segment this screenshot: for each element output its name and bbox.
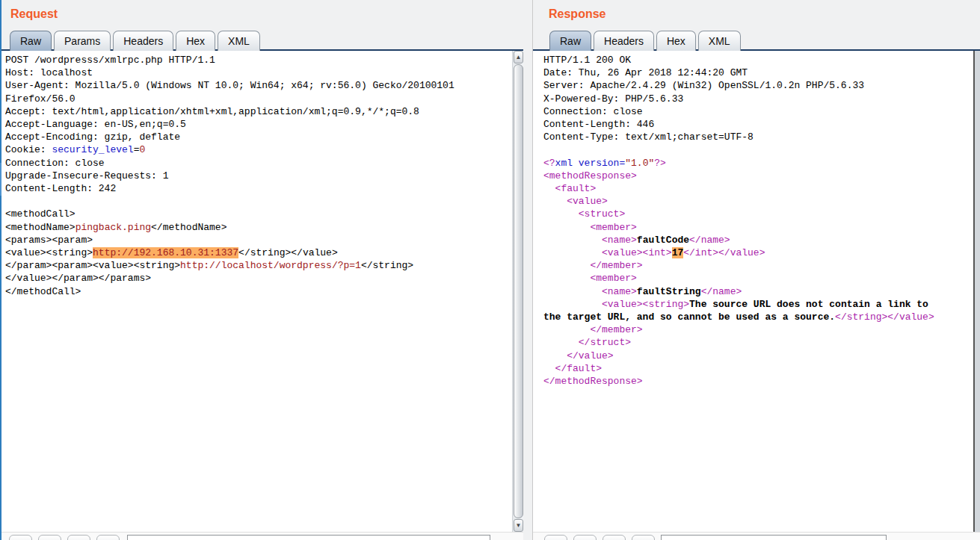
request-search-input[interactable] bbox=[127, 535, 490, 540]
code-line: HTTP/1.1 200 OK bbox=[543, 54, 971, 66]
tab-raw[interactable]: Raw bbox=[10, 31, 52, 51]
code-line: <methodCall> bbox=[5, 208, 508, 220]
code-line: <params><param> bbox=[5, 234, 508, 246]
response-raw-text: HTTP/1.1 200 OKDate: Thu, 26 Apr 2018 12… bbox=[533, 51, 980, 391]
response-tabs: RawHeadersHexXML bbox=[549, 30, 741, 51]
tab-headers[interactable]: Headers bbox=[594, 31, 654, 51]
search-button-3[interactable] bbox=[67, 535, 90, 540]
request-scrollbar[interactable]: ▲ ▼ bbox=[512, 51, 523, 532]
search-button-2[interactable] bbox=[573, 535, 597, 540]
code-line: Server: Apache/2.4.29 (Win32) OpenSSL/1.… bbox=[543, 79, 971, 92]
code-line: <member> bbox=[543, 272, 971, 285]
tab-hex[interactable]: Hex bbox=[656, 31, 696, 51]
code-line: <value> bbox=[543, 195, 971, 208]
code-line: <fault> bbox=[543, 182, 971, 195]
request-tabs: RawParamsHeadersHexXML bbox=[10, 30, 260, 51]
tab-headers[interactable]: Headers bbox=[113, 31, 173, 51]
code-line bbox=[543, 143, 971, 156]
request-editor[interactable]: POST /wordpresss/xmlrpc.php HTTP/1.1Host… bbox=[1, 51, 523, 532]
search-button-3[interactable] bbox=[603, 535, 626, 540]
tab-xml[interactable]: XML bbox=[218, 31, 260, 51]
scrollbar-thumb[interactable] bbox=[514, 64, 523, 518]
tab-params[interactable]: Params bbox=[54, 31, 111, 51]
tab-xml[interactable]: XML bbox=[698, 31, 741, 51]
code-line: the target URL, and so cannot be used as… bbox=[543, 311, 971, 323]
code-line: </param><param><value><string>http://loc… bbox=[5, 259, 508, 272]
code-line: <struct> bbox=[543, 208, 971, 220]
search-button-4[interactable] bbox=[96, 535, 120, 540]
code-line: Connection: close bbox=[5, 157, 508, 170]
code-line: Date: Thu, 26 Apr 2018 12:44:20 GMT bbox=[543, 66, 971, 79]
code-line: Host: localhost bbox=[5, 66, 508, 79]
code-line: </methodResponse> bbox=[543, 375, 971, 388]
code-line: <methodResponse> bbox=[543, 170, 971, 182]
code-line: Accept-Language: en-US,en;q=0.5 bbox=[5, 118, 508, 131]
scroll-down-button[interactable]: ▼ bbox=[514, 519, 523, 532]
code-line: <methodName>pingback.ping</methodName> bbox=[5, 221, 508, 234]
code-line: <?xml version="1.0"?> bbox=[543, 157, 971, 170]
code-line: Connection: close bbox=[543, 105, 971, 118]
code-line: Content-Type: text/xml;charset=UTF-8 bbox=[543, 131, 971, 143]
code-line: </value></param></params> bbox=[5, 272, 508, 285]
code-line: </value> bbox=[543, 350, 971, 362]
code-line: Content-Length: 446 bbox=[543, 118, 971, 131]
code-line: <name>faultCode</name> bbox=[543, 234, 971, 246]
code-line bbox=[5, 195, 508, 208]
code-line: </member> bbox=[543, 323, 971, 336]
response-search-bar bbox=[533, 532, 980, 540]
code-line: <name>faultString</name> bbox=[543, 285, 971, 298]
code-line: X-Powered-By: PHP/5.6.33 bbox=[543, 93, 971, 105]
code-line: </struct> bbox=[543, 336, 971, 349]
request-pane-title: Request bbox=[10, 7, 58, 21]
response-pane-title: Response bbox=[549, 7, 605, 21]
code-line: POST /wordpresss/xmlrpc.php HTTP/1.1 bbox=[5, 54, 508, 66]
code-line: </member> bbox=[543, 259, 971, 272]
request-pane: Request RawParamsHeadersHexXML POST /wor… bbox=[1, 0, 523, 540]
code-line: Upgrade-Insecure-Requests: 1 bbox=[5, 170, 508, 182]
code-line: User-Agent: Mozilla/5.0 (Windows NT 10.0… bbox=[5, 79, 508, 92]
search-button-1[interactable] bbox=[544, 535, 567, 540]
tab-hex[interactable]: Hex bbox=[176, 31, 215, 51]
code-line: Accept: text/html,application/xhtml+xml,… bbox=[5, 105, 508, 118]
code-line: Content-Length: 242 bbox=[5, 182, 508, 195]
code-line: Cookie: security_level=0 bbox=[5, 143, 508, 156]
code-line: Accept-Encoding: gzip, deflate bbox=[5, 131, 508, 143]
code-line: <member> bbox=[543, 221, 971, 234]
scroll-up-button[interactable]: ▲ bbox=[514, 51, 523, 63]
response-editor[interactable]: HTTP/1.1 200 OKDate: Thu, 26 Apr 2018 12… bbox=[533, 51, 980, 532]
tab-raw[interactable]: Raw bbox=[549, 31, 591, 51]
code-line: </fault> bbox=[543, 362, 971, 375]
request-search-bar bbox=[1, 532, 523, 540]
code-line: </methodCall> bbox=[5, 285, 508, 298]
response-search-input[interactable] bbox=[661, 535, 887, 540]
search-button-4[interactable] bbox=[632, 535, 655, 540]
code-line: <value><string>http://192.168.10.31:1337… bbox=[5, 246, 508, 259]
code-line: <value><string>The source URL does not c… bbox=[543, 298, 971, 311]
request-raw-text: POST /wordpresss/xmlrpc.php HTTP/1.1Host… bbox=[1, 51, 523, 301]
search-button-1[interactable] bbox=[9, 535, 32, 540]
response-scrollbar[interactable] bbox=[973, 51, 980, 532]
code-line: <value><int>17</int></value> bbox=[543, 246, 971, 259]
response-pane: Response RawHeadersHexXML HTTP/1.1 200 O… bbox=[532, 0, 980, 540]
code-line: Firefox/56.0 bbox=[5, 93, 508, 105]
search-button-2[interactable] bbox=[38, 535, 61, 540]
